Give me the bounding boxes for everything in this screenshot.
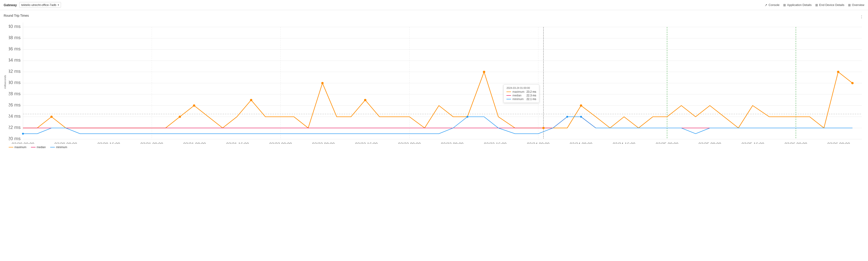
legend-min-line	[50, 147, 55, 147]
svg-text:03/25 00:00: 03/25 00:00	[656, 142, 678, 144]
minimum-line	[23, 117, 852, 134]
svg-text:34 ms: 34 ms	[9, 58, 21, 63]
legend-max-label: maximum	[14, 146, 26, 149]
svg-point-59	[837, 71, 839, 73]
svg-point-54	[250, 99, 252, 101]
svg-text:03/25 08:00: 03/25 08:00	[699, 142, 721, 144]
svg-text:03/23 08:00: 03/23 08:00	[441, 142, 464, 144]
gateway-id-value: tektelic-utrecht-office-7adb	[21, 3, 56, 7]
svg-text:32 ms: 32 ms	[9, 69, 21, 74]
nav-overview[interactable]: ⊞ Overview	[848, 3, 864, 7]
svg-text:03/23 16:00: 03/23 16:00	[484, 142, 507, 144]
legend-item-minimum: minimum	[50, 146, 67, 149]
svg-point-57	[483, 71, 485, 73]
legend-item-median: median	[31, 146, 45, 149]
svg-text:03/24 00:00: 03/24 00:00	[527, 142, 550, 144]
svg-text:24 ms: 24 ms	[9, 114, 21, 119]
svg-text:03/26 00:00: 03/26 00:00	[784, 142, 807, 144]
svg-text:38 ms: 38 ms	[9, 35, 21, 40]
chevron-down-icon: ▾	[58, 4, 59, 6]
svg-text:03/20 08:00: 03/20 08:00	[55, 142, 77, 144]
svg-text:03/25 16:00: 03/25 16:00	[742, 142, 764, 144]
nav-console-label: Console	[769, 3, 779, 7]
svg-point-56	[364, 99, 366, 101]
console-icon: ↗	[765, 3, 767, 7]
svg-point-51	[50, 116, 53, 118]
chart-title: Round Trip Times	[4, 14, 864, 17]
overview-icon: ⊞	[848, 3, 851, 7]
svg-point-53	[193, 104, 195, 107]
svg-point-62	[467, 116, 468, 118]
svg-text:03/24 16:00: 03/24 16:00	[613, 142, 636, 144]
svg-text:03/20 16:00: 03/20 16:00	[97, 142, 120, 144]
legend-min-label: minimum	[56, 146, 67, 149]
chart-legend: maximum median minimum	[9, 146, 864, 149]
gateway-label: Gateway	[4, 3, 17, 7]
svg-point-52	[179, 116, 181, 118]
svg-text:03/21 16:00: 03/21 16:00	[226, 142, 249, 144]
nav-console[interactable]: ↗ Console	[765, 3, 779, 7]
nav-end-device-details[interactable]: ⊞ End Device Details	[815, 3, 844, 7]
header-right: ↗ Console ⊞ Application Details ⊞ End De…	[765, 3, 864, 7]
svg-text:30 ms: 30 ms	[9, 80, 21, 85]
y-axis-label: milliseconds	[4, 75, 8, 89]
svg-text:26 ms: 26 ms	[9, 102, 21, 107]
svg-text:03/22 16:00: 03/22 16:00	[355, 142, 378, 144]
svg-point-61	[22, 133, 24, 135]
svg-text:03/21 08:00: 03/21 08:00	[183, 142, 206, 144]
chart-svg: 40 ms 38 ms 36 ms 34 ms 32 ms 30 ms 28 m…	[9, 20, 864, 144]
end-device-details-icon: ⊞	[815, 3, 818, 7]
chart-inner: 40 ms 38 ms 36 ms 34 ms 32 ms 30 ms 28 m…	[9, 20, 864, 144]
maximum-line	[23, 72, 852, 128]
legend-median-label: median	[37, 146, 45, 149]
svg-text:03/24 08:00: 03/24 08:00	[570, 142, 592, 144]
legend-max-line	[9, 147, 13, 147]
legend-median-line	[31, 147, 35, 147]
svg-text:03/22 08:00: 03/22 08:00	[312, 142, 335, 144]
svg-point-63	[566, 116, 568, 118]
svg-text:40 ms: 40 ms	[9, 24, 21, 29]
header: Gateway tektelic-utrecht-office-7adb ▾ ↗…	[0, 0, 868, 10]
svg-point-60	[851, 82, 854, 84]
median-line	[23, 117, 852, 128]
nav-overview-label: Overview	[852, 3, 864, 7]
svg-text:36 ms: 36 ms	[9, 46, 21, 51]
svg-point-66	[542, 127, 545, 129]
legend-item-maximum: maximum	[9, 146, 26, 149]
svg-text:28 ms: 28 ms	[9, 91, 21, 96]
chart-more-button[interactable]: ⋮	[859, 14, 864, 20]
gateway-id-select[interactable]: tektelic-utrecht-office-7adb ▾	[19, 2, 61, 8]
svg-text:03/23 00:00: 03/23 00:00	[398, 142, 421, 144]
application-details-icon: ⊞	[783, 3, 786, 7]
svg-text:03/26 08:00: 03/26 08:00	[828, 142, 850, 144]
svg-text:22 ms: 22 ms	[9, 125, 21, 130]
svg-text:03/21 00:00: 03/21 00:00	[141, 142, 163, 144]
nav-end-device-details-label: End Device Details	[819, 3, 844, 7]
nav-application-details-label: Application Details	[787, 3, 812, 7]
chart-wrapper: milliseconds 40 ms	[4, 20, 864, 144]
svg-point-64	[580, 116, 582, 118]
chart-container: Round Trip Times ⋮ milliseconds	[0, 10, 868, 151]
svg-point-58	[580, 104, 582, 107]
svg-text:20 ms: 20 ms	[9, 136, 21, 141]
svg-text:03/20 00:00: 03/20 00:00	[12, 142, 34, 144]
header-left: Gateway tektelic-utrecht-office-7adb ▾	[4, 2, 61, 8]
svg-point-55	[321, 82, 323, 84]
svg-text:03/22 00:00: 03/22 00:00	[269, 142, 292, 144]
nav-application-details[interactable]: ⊞ Application Details	[783, 3, 812, 7]
